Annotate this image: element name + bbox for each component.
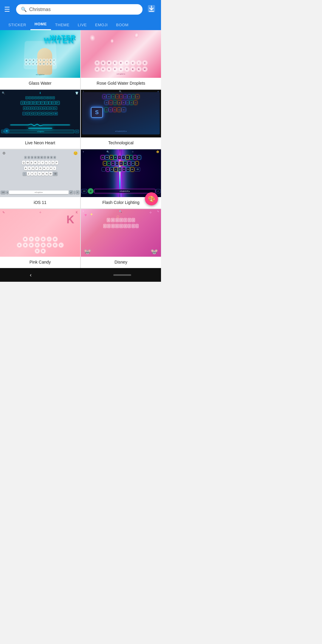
- header-top: ☰ 🔍: [4, 4, 157, 15]
- card-label-pink: Pink Candy: [0, 257, 80, 268]
- download-icon[interactable]: [146, 4, 157, 15]
- theme-grid: WATER W E R T Y U I O P: [0, 30, 161, 268]
- tab-theme[interactable]: THEME: [51, 20, 74, 30]
- tab-sticker[interactable]: STICKER: [4, 20, 30, 30]
- card-rose-gold[interactable]: Y Q W E R T U I O Z A S D: [81, 30, 161, 89]
- card-image-flash: T 🔍 ✧ 😊 Q W E R T Y U I O P: [81, 149, 161, 197]
- bottom-navigation: ‹: [0, 268, 161, 282]
- tab-boom[interactable]: BOOM: [112, 20, 133, 30]
- tab-home[interactable]: HOME: [30, 19, 51, 30]
- card-flash-color[interactable]: T 🔍 ✧ 😊 Q W E R T Y U I O P: [81, 149, 161, 208]
- card-ios11[interactable]: ⚙ 😊 1 2 3 4 5 6 7 8 9 0 Q: [0, 149, 80, 208]
- card-label-ios: iOS 11: [0, 197, 80, 208]
- card-pink-candy[interactable]: ✎ ✧ K K R T Y U I O A S D: [0, 209, 80, 268]
- card-image-rose: Y Q W E R T U I O Z A S D: [81, 30, 161, 78]
- search-input[interactable]: [29, 7, 138, 12]
- card-image-water: WATER W E R T Y U I O P: [0, 30, 80, 78]
- card-label-neon: Live Neon Heart: [0, 137, 80, 149]
- card-disney[interactable]: ✦ ⬡ ✧ T 🔍 ✎ ♥ Q W E R T Y: [81, 209, 161, 268]
- card-glass-water[interactable]: WATER W E R T Y U I O P: [0, 30, 80, 89]
- card-label-disney: Disney: [81, 257, 161, 268]
- nav-tabs: STICKER HOME THEME LIVE EMOJI BOOM: [4, 19, 157, 30]
- search-bar[interactable]: 🔍: [16, 4, 143, 15]
- card-label-rose-gold: Rose Gold Water Droplets: [81, 78, 161, 89]
- tab-live[interactable]: LIVE: [74, 20, 91, 30]
- card-image-ios: ⚙ 😊 1 2 3 4 5 6 7 8 9 0 Q: [0, 149, 80, 197]
- card-label-glass-water: Glass Water: [0, 78, 80, 89]
- card-technological[interactable]: q w e r t y u i o a s d g: [81, 90, 161, 149]
- header: ☰ 🔍 STICKER HOME THEME LIVE EMOJI BOOM: [0, 0, 161, 30]
- card-image-disney: ✦ ⬡ ✧ T 🔍 ✎ ♥ Q W E R T Y: [81, 209, 161, 257]
- card-label-tech: Technological: [81, 137, 161, 149]
- card-image-tech: q w e r t y u i o a s d g: [81, 90, 161, 137]
- card-image-neon: 🔍 ⬇ 👕 1 2 3 4 5 6 7 8 9 0: [0, 90, 80, 137]
- search-icon: 🔍: [21, 7, 27, 12]
- card-live-neon[interactable]: 🔍 ⬇ 👕 1 2 3 4 5 6 7 8 9 0: [0, 90, 80, 149]
- back-button[interactable]: ‹: [30, 272, 32, 278]
- menu-icon[interactable]: ☰: [4, 6, 13, 13]
- home-indicator[interactable]: [113, 274, 131, 276]
- card-image-pink: ✎ ✧ K K R T Y U I O A S D: [0, 209, 80, 257]
- palette-fab-button[interactable]: 🎨: [145, 192, 158, 205]
- tab-emoji[interactable]: EMOJI: [91, 20, 112, 30]
